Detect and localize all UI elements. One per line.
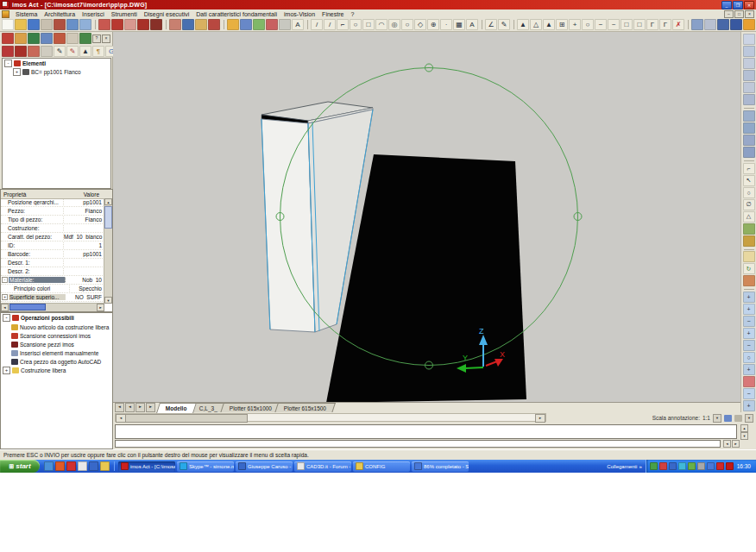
3d-views-icon[interactable] [704,19,716,30]
paste-icon[interactable] [66,19,79,30]
tray-icon[interactable] [659,462,667,470]
zoom-window-icon[interactable]: + [743,304,755,315]
tab-nav-button[interactable]: ► [146,403,155,412]
scroll-up-icon[interactable]: ▲ [104,198,112,205]
maximize-button[interactable]: ❐ [733,1,743,9]
zoom-center-icon[interactable] [743,376,755,387]
save-icon[interactable] [28,19,40,30]
edit-icon[interactable]: ✎ [54,46,66,57]
taskbar-button[interactable]: Giuseppe Caruso - in... [236,461,293,472]
rotate-icon[interactable]: ▲ [543,19,555,30]
named-views-icon[interactable] [691,19,703,30]
imos-save-icon[interactable] [28,33,40,44]
open-icon[interactable] [15,19,27,30]
zoom-out-icon[interactable]: − [743,316,755,327]
property-row[interactable]: Pezzo:Fianco [1,207,104,216]
line-icon[interactable]: / [311,19,323,30]
scroll-thumb[interactable] [104,206,112,229]
property-row[interactable]: Costruzione: [1,224,104,233]
extend-icon[interactable]: − [595,19,607,30]
tab-nav-button[interactable]: ◄ [125,403,135,412]
text-tool-icon[interactable]: A [292,19,304,30]
layout2-icon[interactable] [743,46,755,57]
explode-icon[interactable]: ✗ [672,19,684,30]
render-icon[interactable] [730,19,742,30]
orbit-green-icon[interactable]: ↻ [743,263,755,274]
taskbar-button[interactable]: CAD3D.it - Forum - Ki... [294,461,351,472]
tray-icon[interactable] [726,462,734,470]
part-light-icon[interactable] [28,46,40,57]
start-button[interactable]: ⊞ start [0,460,40,473]
tray-icon[interactable] [650,462,658,470]
property-row[interactable]: ID:1 [1,242,104,250]
property-row[interactable]: Descr. 2: [1,267,104,276]
annotation-scale-value[interactable]: 1:1 [702,415,710,421]
quick-launch-icon[interactable] [89,461,98,471]
viewport-3d[interactable]: Z Y X [113,32,740,402]
layout-icon[interactable] [743,34,755,45]
erase-icon[interactable] [266,19,278,30]
operation-item[interactable]: Nuovo articolo da costruzione libera [1,323,112,331]
panel-front-face[interactable] [261,119,315,332]
menu-item[interactable]: Sistema [12,11,41,17]
property-row[interactable]: Principio coloriSpecchio [1,285,104,293]
scroll-right-icon[interactable]: ► [732,440,740,448]
property-row[interactable]: Posizione gerarchi...pp1001 [1,198,104,207]
property-row[interactable]: Tipo di pezzo:Fianco [1,216,104,224]
command-history[interactable]: Comando: '_3DFOrbit Premere ESC o INVIO … [115,424,737,439]
property-row[interactable]: Barcode:pp1001 [1,250,104,259]
imos-db-icon[interactable] [150,19,162,30]
layout-tab-modello[interactable]: Modello [156,403,196,413]
angle-icon[interactable]: ∠ [485,19,497,30]
viewport-hscrollbar[interactable]: ◄ ► [115,413,546,422]
zoom-object-icon[interactable]: + [743,400,755,411]
imos-sheet-icon[interactable] [66,33,79,44]
part-red-icon[interactable] [2,46,14,57]
imos-element-icon[interactable] [137,19,149,30]
quick-launch-icon[interactable] [55,461,65,471]
undo-icon[interactable] [79,19,91,30]
filter-icon[interactable]: ¶ [92,46,104,57]
quick-launch-icon[interactable] [66,461,76,471]
circle-icon[interactable]: ○ [350,19,362,30]
circle-small-icon[interactable]: ○ [743,187,755,198]
operation-item[interactable]: Scansione connessioni imos [1,331,112,340]
imos-catalog-icon[interactable] [124,19,136,30]
select-arrow-icon[interactable]: ↖ [743,175,755,186]
tray-icon[interactable] [669,462,677,470]
ucs-icon[interactable]: ⌐ [743,163,755,174]
operations-header[interactable]: - Operazioni possibili [1,313,112,323]
sketch-icon[interactable]: ✎ [498,19,510,30]
chevron-right-icon[interactable]: » [639,464,641,469]
property-row[interactable]: Descr. 1: [1,259,104,267]
polyline-icon[interactable]: ⌐ [337,19,349,30]
mdi-window-button[interactable]: × [745,10,754,18]
menu-item[interactable]: imos-Vision [280,11,318,17]
view-top-icon[interactable] [743,110,755,122]
expand-icon[interactable]: + [13,68,21,76]
scroll-left-icon[interactable]: ◄ [1,304,9,311]
flag-yellow-icon[interactable] [743,235,755,247]
taskbar-button[interactable]: imos Act - [C:\imosac... [118,461,175,472]
tab-nav-button[interactable]: ◄ [115,403,124,412]
property-row[interactable]: +Superficie superio...NO_SURF [1,293,104,302]
imos-insert-icon[interactable] [54,33,66,44]
tab-nav-button[interactable]: ► [135,403,145,412]
scroll-thumb[interactable] [125,414,248,423]
scroll-down-icon[interactable]: ▼ [104,297,112,304]
no-icon[interactable]: ∅ [743,199,755,210]
zoom-in-icon[interactable]: + [743,292,755,303]
tray-icon[interactable] [688,462,696,470]
scroll-right-icon[interactable]: ► [535,414,545,423]
orbit-icon[interactable] [717,19,729,30]
stretch-icon[interactable]: ~ [608,19,620,30]
collapse-icon[interactable]: - [4,60,12,67]
collapse-icon[interactable]: - [3,314,10,322]
imos-open-icon[interactable] [15,33,27,44]
minimize-button[interactable]: _ [721,1,732,9]
menu-item[interactable]: ? [347,11,357,17]
operation-item[interactable]: +Costruzione libera [1,366,112,374]
expand-icon[interactable]: + [3,367,10,374]
zoom-tool-icon[interactable] [227,19,239,30]
zoom-extents-icon[interactable]: ○ [743,352,755,363]
